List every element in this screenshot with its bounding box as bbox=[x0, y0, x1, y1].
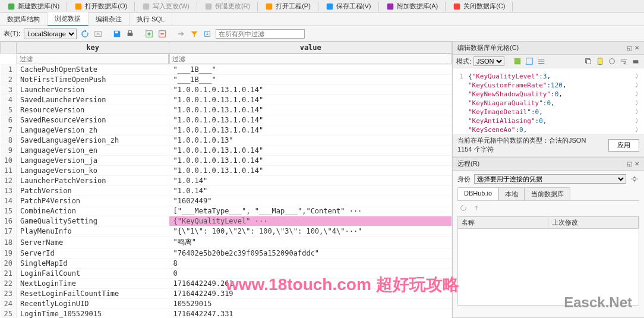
undock-icon[interactable]: ◱ bbox=[627, 160, 632, 167]
wrap-icon[interactable] bbox=[619, 56, 629, 66]
close-icon[interactable]: ✕ bbox=[634, 45, 639, 51]
toolbar-button[interactable]: 打开数据库(O) bbox=[70, 1, 132, 12]
table-row[interactable]: 24RecentlyLoginUID105529015 bbox=[1, 299, 452, 309]
col-name: 名称 bbox=[458, 217, 548, 228]
column-filter[interactable] bbox=[17, 53, 169, 64]
table-row[interactable]: 3LauncherVersion"1.0.0.1.0.13.1.0.14" bbox=[1, 85, 452, 95]
column-filter[interactable] bbox=[169, 53, 452, 64]
remote-tab[interactable]: DBHub.io bbox=[457, 187, 498, 200]
svg-rect-18 bbox=[598, 58, 602, 65]
svg-rect-10 bbox=[128, 33, 133, 36]
column-header[interactable]: value bbox=[169, 42, 452, 53]
view-tab[interactable]: 数据库结构 bbox=[0, 13, 48, 26]
paste-icon[interactable] bbox=[595, 56, 605, 66]
format-icon[interactable] bbox=[607, 56, 617, 66]
remote-tab[interactable]: 本地 bbox=[498, 187, 525, 200]
svg-rect-6 bbox=[387, 3, 393, 10]
toolbar-button[interactable]: 倒退更改(R) bbox=[200, 1, 255, 12]
table-row[interactable]: 20SingleMapId8 bbox=[1, 259, 452, 269]
save-icon[interactable] bbox=[112, 29, 122, 39]
json-editor[interactable]: 1{"KeyQualityLevel":3,⤸"KeyCustomFrameRa… bbox=[453, 68, 644, 134]
editor-title: 编辑数据库单元格(C) bbox=[457, 43, 519, 52]
svg-rect-0 bbox=[8, 3, 15, 10]
table-row[interactable]: 19ServerId"76402e5b20be2c39f095a152090af… bbox=[1, 248, 452, 259]
table-toolbar: 表(T): LocalStorage bbox=[0, 26, 644, 42]
column-header[interactable]: key bbox=[16, 42, 169, 53]
table-row[interactable]: 14PatchP4Version"1602449" bbox=[1, 196, 452, 206]
table-row[interactable]: 22NextLoginTime1716442249.261 bbox=[1, 279, 452, 289]
table-row[interactable]: 18ServerName"鸣离" bbox=[1, 237, 452, 248]
export-icon[interactable] bbox=[203, 29, 212, 39]
svg-rect-11 bbox=[128, 30, 131, 33]
svg-rect-2 bbox=[143, 3, 150, 10]
toolbar-button[interactable]: 新建数据库(N) bbox=[2, 1, 64, 12]
toolbar-button[interactable]: 写入更改(W) bbox=[137, 1, 194, 12]
table-row[interactable]: 21LoginFailCount0 bbox=[1, 269, 452, 279]
refresh-icon[interactable] bbox=[80, 29, 90, 39]
identity-settings-icon[interactable] bbox=[630, 174, 639, 184]
close-icon[interactable]: ✕ bbox=[634, 160, 639, 167]
table-row[interactable]: 17PlayMenuInfo"{\"1\": 100,\"2\": 100,\"… bbox=[1, 226, 452, 237]
identity-select[interactable]: 选择要用于连接的凭据 bbox=[474, 174, 626, 184]
filter-icon[interactable] bbox=[190, 29, 199, 39]
view-tab[interactable]: 浏览数据 bbox=[48, 12, 89, 26]
svg-rect-14 bbox=[514, 58, 521, 65]
table-row[interactable]: 4SavedLauncherVersion"1.0.0.1.0.13.1.0.1… bbox=[1, 95, 452, 105]
table-row[interactable]: 10LanguageVersion_ja"1.0.0.1.0.13.1.0.14… bbox=[1, 156, 452, 166]
table-row[interactable]: 8SavedLanguageVersion_zh"1.0.0.1.0.13" bbox=[1, 136, 452, 146]
svg-point-19 bbox=[610, 59, 615, 64]
table-label: 表(T): bbox=[4, 29, 20, 38]
null-icon[interactable] bbox=[536, 56, 546, 66]
remote-table[interactable]: 名称 上次修改 bbox=[457, 216, 639, 306]
print-icon[interactable] bbox=[125, 29, 135, 39]
remote-tab[interactable]: 当前数据库 bbox=[525, 187, 570, 200]
col-modified: 上次修改 bbox=[548, 217, 639, 228]
table-row[interactable]: 11LanguageVersion_ko"1.0.0.1.0.13.1.0.14… bbox=[1, 166, 452, 176]
table-row[interactable]: 25LoginTime_1055290151716442247.331 bbox=[1, 309, 452, 319]
table-row[interactable]: 1CachePushOpenState"___1B___" bbox=[1, 65, 452, 75]
import-icon[interactable] bbox=[513, 56, 522, 66]
undock-icon[interactable]: ◱ bbox=[627, 45, 632, 51]
svg-rect-15 bbox=[526, 58, 533, 65]
upload-icon[interactable] bbox=[472, 203, 481, 213]
status-chars: 1154 个字符 bbox=[457, 145, 586, 154]
insert-row-icon[interactable] bbox=[144, 29, 154, 39]
svg-rect-17 bbox=[586, 59, 591, 64]
copy-icon[interactable] bbox=[583, 56, 593, 66]
table-row[interactable]: 6SavedResourceVersion"1.0.0.1.0.13.1.0.1… bbox=[1, 115, 452, 125]
table-row[interactable]: 2NotFirstTimeOpenPush"___1B___" bbox=[1, 75, 452, 85]
view-tab[interactable]: 执行 SQL bbox=[130, 13, 172, 26]
goto-icon[interactable] bbox=[176, 29, 186, 39]
remote-panel-header: 远程(R) ◱✕ bbox=[453, 158, 644, 171]
table-row[interactable]: 15CombineAction["___MetaType___", "___Ma… bbox=[1, 206, 452, 216]
table-select[interactable]: LocalStorage bbox=[24, 29, 77, 39]
table-row[interactable]: 16GameQualitySetting{"KeyQualityLevel" ·… bbox=[1, 216, 452, 226]
table-row[interactable]: 5ResourceVersion"1.0.0.1.0.13.1.0.14" bbox=[1, 105, 452, 115]
toolbar-button[interactable]: 附加数据库(A) bbox=[381, 1, 443, 12]
toolbar-button[interactable]: 打开工程(P) bbox=[260, 1, 315, 12]
clear-icon[interactable] bbox=[93, 29, 103, 39]
svg-rect-20 bbox=[633, 60, 639, 63]
column-filter-input[interactable] bbox=[216, 29, 305, 39]
toolbar-button[interactable]: 关闭数据库(C) bbox=[448, 1, 510, 12]
delete-row-icon[interactable] bbox=[157, 29, 167, 39]
remote-title: 远程(R) bbox=[457, 159, 479, 168]
table-row[interactable]: 12LauncherPatchVersion"1.0.14" bbox=[1, 176, 452, 186]
toolbar-button[interactable]: 保存工程(V) bbox=[321, 1, 376, 12]
main-toolbar: 新建数据库(N)打开数据库(O)写入更改(W)倒退更改(R)打开工程(P)保存工… bbox=[0, 0, 644, 13]
print-json-icon[interactable] bbox=[631, 56, 640, 66]
svg-rect-3 bbox=[206, 3, 212, 10]
table-row[interactable]: 7LanguageVersion_zh"1.0.0.1.0.13.1.0.14" bbox=[1, 125, 452, 136]
view-tab[interactable]: 编辑杂注 bbox=[89, 13, 130, 26]
svg-point-21 bbox=[633, 177, 636, 180]
data-grid[interactable]: keyvalue1CachePushOpenState"___1B___"2No… bbox=[0, 42, 452, 318]
view-tabs: 数据库结构浏览数据编辑杂注执行 SQL bbox=[0, 13, 644, 26]
apply-button[interactable]: 应用 bbox=[608, 139, 639, 152]
table-row[interactable]: 9LanguageVersion_en"1.0.0.1.0.13.1.0.14" bbox=[1, 146, 452, 156]
mode-select[interactable]: JSON bbox=[473, 56, 504, 66]
export-data-icon[interactable] bbox=[525, 56, 534, 66]
table-row[interactable]: 23ResetLoginFailCountTime1716442249.319 bbox=[1, 289, 452, 299]
refresh-remote-icon[interactable] bbox=[459, 203, 468, 213]
identity-label: 身份 bbox=[457, 175, 471, 184]
table-row[interactable]: 13PatchVersion"1.0.14" bbox=[1, 186, 452, 196]
